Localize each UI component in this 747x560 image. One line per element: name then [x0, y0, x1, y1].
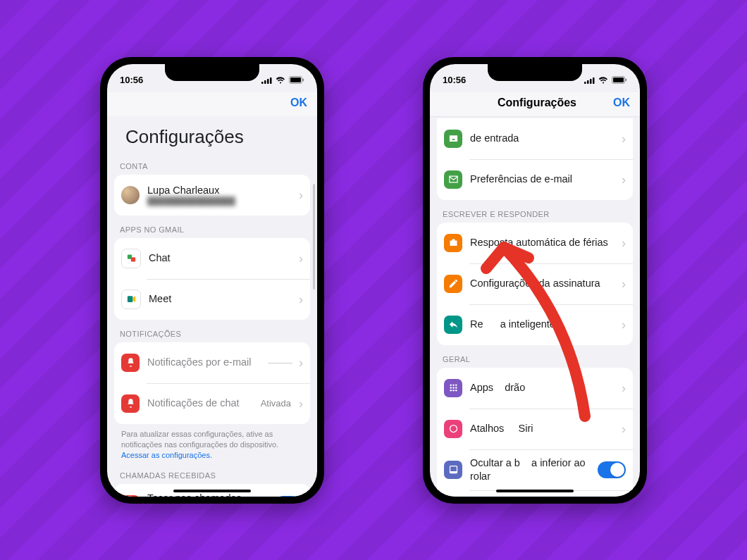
status-bar: 10:56 — [107, 64, 317, 92]
row-chat[interactable]: Chat › — [114, 238, 310, 279]
row-email-prefs[interactable]: Preferências de e-mail › — [437, 159, 633, 200]
phone-left: 10:56 OK Confi — [100, 57, 324, 504]
screenshot-stage: 10:56 OK Confi — [0, 0, 747, 560]
phone-icon — [121, 495, 140, 497]
svg-point-24 — [452, 390, 455, 392]
pencil-icon — [444, 275, 462, 293]
reply-icon — [444, 316, 462, 334]
section-notif-label: NOTIFICAÇÕES — [114, 330, 310, 342]
row-siri-shortcuts[interactable]: Atalhos Siri › — [437, 409, 633, 449]
screen-right: 10:56 Configurações OK — [430, 64, 640, 497]
row-vacation[interactable]: Resposta automática de férias › — [437, 223, 633, 263]
open-settings-link[interactable]: Acessar as configurações. — [121, 451, 212, 459]
chevron-right-icon: › — [622, 318, 626, 331]
account-name: Lupa Charleaux — [147, 184, 291, 197]
wifi-icon — [276, 77, 285, 84]
section-general-label: GERAL — [437, 355, 633, 368]
svg-point-20 — [450, 387, 452, 389]
row-inbox-truncated[interactable]: de entrada › — [437, 118, 633, 159]
row-email-notif[interactable]: Notificações por e-mail ——— › — [114, 342, 310, 383]
navbar: OK — [107, 92, 317, 116]
row-smart-reply[interactable]: Re a inteligente › — [437, 304, 633, 345]
account-email-redacted: ████████████████ — [147, 197, 291, 206]
inbox-icon — [444, 130, 462, 148]
svg-rect-2 — [267, 79, 269, 84]
screen-left: 10:56 OK Confi — [107, 64, 317, 497]
svg-rect-3 — [270, 77, 272, 84]
nav-ok-button[interactable]: OK — [613, 97, 630, 109]
svg-point-21 — [452, 387, 455, 389]
svg-rect-0 — [261, 82, 264, 84]
section-conta-label: CONTA — [114, 162, 310, 175]
section-calls-label: CHAMADAS RECEBIDAS — [114, 471, 310, 484]
svg-rect-1 — [264, 80, 266, 84]
chevron-right-icon: › — [622, 278, 626, 290]
grid-icon — [444, 379, 462, 397]
svg-rect-6 — [303, 79, 304, 82]
status-time: 10:56 — [120, 75, 143, 85]
svg-rect-8 — [130, 257, 135, 261]
navbar: Configurações OK — [430, 92, 640, 117]
toggle-hide-bottom-bar[interactable] — [598, 461, 626, 478]
chevron-right-icon: › — [622, 132, 626, 145]
cell-signal-icon — [261, 77, 272, 84]
notif-hint: Para atualizar essas configurações, ativ… — [114, 424, 310, 461]
cell-signal-icon — [584, 77, 595, 84]
svg-point-18 — [452, 385, 455, 387]
svg-point-26 — [450, 425, 457, 433]
siri-icon — [444, 420, 462, 438]
svg-rect-16 — [626, 79, 627, 82]
wifi-icon — [598, 77, 608, 84]
row-default-apps[interactable]: Apps drão › — [437, 368, 633, 409]
mail-icon — [444, 170, 462, 189]
chevron-right-icon: › — [299, 397, 303, 410]
bottombar-icon — [444, 461, 462, 479]
svg-point-17 — [450, 385, 452, 387]
svg-rect-13 — [593, 77, 595, 84]
chevron-right-icon: › — [622, 173, 626, 186]
account-row[interactable]: Lupa Charleaux ████████████████ › — [114, 175, 310, 216]
chevron-right-icon: › — [299, 293, 303, 306]
svg-rect-9 — [127, 296, 132, 302]
chevron-right-icon: › — [299, 252, 303, 265]
svg-rect-5 — [290, 77, 301, 82]
toggle-ring-calls[interactable] — [275, 496, 303, 497]
chevron-right-icon: › — [622, 237, 626, 249]
chat-icon — [121, 249, 141, 268]
row-meet[interactable]: Meet › — [114, 279, 310, 320]
svg-rect-12 — [590, 79, 592, 84]
nav-ok-button[interactable]: OK — [290, 97, 307, 109]
svg-point-22 — [455, 387, 457, 389]
section-apps-label: APPS NO GMAIL — [114, 225, 310, 238]
chevron-right-icon: › — [622, 423, 626, 435]
status-bar: 10:56 — [430, 64, 640, 92]
status-time: 10:56 — [443, 75, 466, 85]
phone-right: 10:56 Configurações OK — [423, 57, 647, 504]
home-indicator — [173, 490, 251, 492]
scroll-indicator — [313, 184, 315, 290]
battery-icon — [612, 76, 627, 84]
home-indicator — [496, 490, 574, 492]
chevron-right-icon: › — [299, 356, 303, 369]
row-chat-notif[interactable]: Notificações de chat Ativada › — [114, 383, 310, 424]
svg-point-23 — [450, 390, 452, 392]
section-write-label: ESCREVER E RESPONDER — [437, 210, 633, 223]
svg-rect-28 — [450, 471, 457, 473]
svg-rect-11 — [587, 80, 589, 84]
chevron-right-icon: › — [622, 382, 626, 394]
svg-rect-15 — [613, 77, 624, 82]
svg-rect-10 — [584, 82, 586, 84]
svg-point-19 — [455, 385, 457, 387]
bell-icon — [121, 394, 140, 413]
row-signature[interactable]: Configurações da assinatura › — [437, 263, 633, 304]
briefcase-icon — [444, 234, 462, 252]
page-title: Configurações — [114, 116, 310, 152]
row-hide-bottom-bar: Ocultar a b a inferior ao rolar — [437, 449, 633, 490]
avatar — [121, 186, 140, 204]
battery-icon — [289, 76, 304, 84]
chevron-right-icon: › — [299, 189, 303, 201]
bell-icon — [121, 354, 140, 372]
meet-icon — [121, 290, 141, 309]
nav-title: Configurações — [498, 97, 576, 109]
svg-point-25 — [455, 390, 457, 392]
